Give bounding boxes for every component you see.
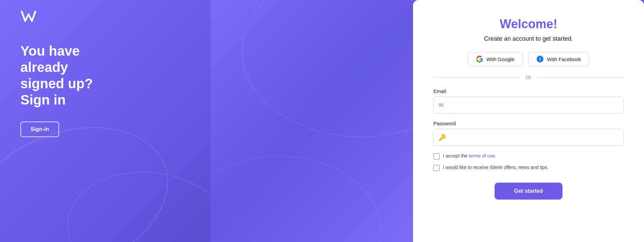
- facebook-icon: f: [537, 56, 543, 62]
- google-signin-button[interactable]: With Google: [468, 52, 523, 66]
- form-title: Welcome!: [500, 17, 557, 31]
- key-icon: 🔑: [439, 134, 446, 141]
- social-buttons-row: With Google f With Facebook: [468, 52, 590, 66]
- divider-line-left: [433, 77, 520, 77]
- background-area: [211, 0, 413, 242]
- newsletter-checkbox[interactable]: [433, 165, 440, 171]
- email-label: Email: [433, 88, 624, 94]
- email-input[interactable]: [447, 103, 619, 108]
- get-started-button[interactable]: Get started: [495, 183, 562, 200]
- divider: Or: [433, 74, 624, 80]
- facebook-btn-label: With Facebook: [547, 56, 581, 62]
- logo: [20, 10, 37, 22]
- password-label: Password: [433, 120, 624, 126]
- password-input-wrapper: 🔑: [433, 129, 624, 146]
- email-icon: ✉: [439, 101, 444, 109]
- signin-button[interactable]: Sign-in: [20, 122, 59, 137]
- newsletter-label: I would like to receive SiteW offers, ne…: [443, 164, 549, 171]
- newsletter-checkbox-row: I would like to receive SiteW offers, ne…: [433, 164, 624, 171]
- left-heading: You have already signed up? Sign in: [20, 43, 115, 108]
- signup-form-card: Welcome! Create an account to get starte…: [413, 0, 644, 242]
- google-btn-label: With Google: [486, 56, 515, 62]
- terms-checkbox-row: I accept the terms of use.: [433, 153, 624, 160]
- password-input[interactable]: [449, 135, 619, 141]
- form-subtitle: Create an account to get started.: [484, 35, 573, 42]
- terms-link[interactable]: terms of use: [469, 153, 495, 159]
- password-field-group: Password 🔑: [433, 120, 624, 146]
- divider-text: Or: [526, 74, 532, 80]
- divider-line-right: [537, 77, 624, 77]
- google-icon: [476, 56, 483, 62]
- email-input-wrapper: ✉: [433, 97, 624, 114]
- terms-label: I accept the terms of use.: [443, 153, 496, 160]
- terms-checkbox[interactable]: [433, 153, 440, 160]
- left-panel: You have already signed up? Sign in Sign…: [0, 0, 211, 242]
- email-field-group: Email ✉: [433, 88, 624, 114]
- facebook-signin-button[interactable]: f With Facebook: [528, 52, 589, 66]
